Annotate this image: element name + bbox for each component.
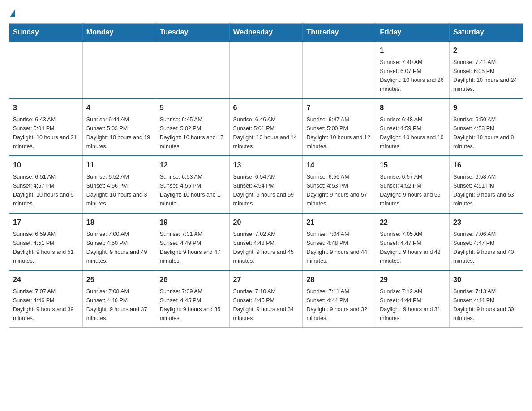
day-info: Sunrise: 7:00 AM Sunset: 4:50 PM Dayligh… [86,230,152,265]
day-cell: 8Sunrise: 6:48 AM Sunset: 4:59 PM Daylig… [376,98,450,156]
day-info: Sunrise: 6:46 AM Sunset: 5:01 PM Dayligh… [233,115,299,151]
day-info: Sunrise: 6:57 AM Sunset: 4:52 PM Dayligh… [380,172,446,208]
day-cell: 2Sunrise: 7:41 AM Sunset: 6:05 PM Daylig… [450,41,523,98]
day-cell: 1Sunrise: 7:40 AM Sunset: 6:07 PM Daylig… [376,41,450,98]
day-number: 10 [13,160,79,171]
day-number: 26 [160,274,226,285]
week-row-3: 10Sunrise: 6:51 AM Sunset: 4:57 PM Dayli… [9,156,523,213]
day-info: Sunrise: 6:52 AM Sunset: 4:56 PM Dayligh… [86,172,152,208]
day-header-monday: Monday [82,24,156,42]
day-info: Sunrise: 7:41 AM Sunset: 6:05 PM Dayligh… [453,58,519,94]
day-cell: 11Sunrise: 6:52 AM Sunset: 4:56 PM Dayli… [82,156,156,213]
day-header-wednesday: Wednesday [229,24,303,42]
day-number: 17 [13,217,79,228]
week-row-5: 24Sunrise: 7:07 AM Sunset: 4:46 PM Dayli… [9,270,523,328]
day-cell: 14Sunrise: 6:56 AM Sunset: 4:53 PM Dayli… [303,156,376,213]
day-info: Sunrise: 7:01 AM Sunset: 4:49 PM Dayligh… [160,230,226,265]
day-info: Sunrise: 6:56 AM Sunset: 4:53 PM Dayligh… [306,172,372,208]
day-number: 6 [233,103,299,113]
day-number: 8 [380,103,446,113]
day-header-sunday: Sunday [9,24,83,42]
day-number: 30 [453,274,519,285]
day-cell [156,41,229,98]
day-info: Sunrise: 6:45 AM Sunset: 5:02 PM Dayligh… [160,115,226,151]
header [9,9,523,16]
day-cell: 7Sunrise: 6:47 AM Sunset: 5:00 PM Daylig… [303,98,376,156]
day-cell: 3Sunrise: 6:43 AM Sunset: 5:04 PM Daylig… [9,98,83,156]
day-cell: 25Sunrise: 7:08 AM Sunset: 4:46 PM Dayli… [82,270,156,328]
logo-arrow-icon [10,10,15,17]
day-cell: 5Sunrise: 6:45 AM Sunset: 5:02 PM Daylig… [156,98,229,156]
day-cell: 28Sunrise: 7:11 AM Sunset: 4:44 PM Dayli… [303,270,376,328]
day-number: 3 [13,103,79,113]
day-header-saturday: Saturday [450,24,523,42]
logo [9,9,15,16]
day-cell: 9Sunrise: 6:50 AM Sunset: 4:58 PM Daylig… [450,98,523,156]
day-info: Sunrise: 6:43 AM Sunset: 5:04 PM Dayligh… [13,115,79,151]
day-number: 28 [306,274,372,285]
calendar-header: SundayMondayTuesdayWednesdayThursdayFrid… [9,24,523,42]
day-info: Sunrise: 7:08 AM Sunset: 4:46 PM Dayligh… [86,287,152,323]
day-info: Sunrise: 7:07 AM Sunset: 4:46 PM Dayligh… [13,287,79,323]
day-info: Sunrise: 7:13 AM Sunset: 4:44 PM Dayligh… [453,287,519,323]
day-number: 22 [380,217,446,228]
day-info: Sunrise: 6:53 AM Sunset: 4:55 PM Dayligh… [160,172,226,208]
day-number: 9 [453,103,519,113]
day-cell [9,41,83,98]
day-info: Sunrise: 6:59 AM Sunset: 4:51 PM Dayligh… [13,230,79,265]
day-cell: 13Sunrise: 6:54 AM Sunset: 4:54 PM Dayli… [229,156,303,213]
day-header-tuesday: Tuesday [156,24,229,42]
day-cell: 4Sunrise: 6:44 AM Sunset: 5:03 PM Daylig… [82,98,156,156]
day-info: Sunrise: 7:05 AM Sunset: 4:47 PM Dayligh… [380,230,446,265]
day-number: 19 [160,217,226,228]
day-cell: 18Sunrise: 7:00 AM Sunset: 4:50 PM Dayli… [82,213,156,270]
day-cell: 22Sunrise: 7:05 AM Sunset: 4:47 PM Dayli… [376,213,450,270]
day-cell: 21Sunrise: 7:04 AM Sunset: 4:48 PM Dayli… [303,213,376,270]
day-number: 14 [306,160,372,171]
day-number: 15 [380,160,446,171]
day-cell [82,41,156,98]
day-cell: 24Sunrise: 7:07 AM Sunset: 4:46 PM Dayli… [9,270,83,328]
day-info: Sunrise: 7:10 AM Sunset: 4:45 PM Dayligh… [233,287,299,323]
day-cell [303,41,376,98]
week-row-2: 3Sunrise: 6:43 AM Sunset: 5:04 PM Daylig… [9,98,523,156]
day-number: 5 [160,103,226,113]
day-info: Sunrise: 7:09 AM Sunset: 4:45 PM Dayligh… [160,287,226,323]
day-cell [229,41,303,98]
week-row-1: 1Sunrise: 7:40 AM Sunset: 6:07 PM Daylig… [9,41,523,98]
day-number: 23 [453,217,519,228]
day-info: Sunrise: 7:12 AM Sunset: 4:44 PM Dayligh… [380,287,446,323]
day-header-friday: Friday [376,24,450,42]
calendar-body: 1Sunrise: 7:40 AM Sunset: 6:07 PM Daylig… [9,41,523,328]
day-info: Sunrise: 6:58 AM Sunset: 4:51 PM Dayligh… [453,172,519,208]
day-header-thursday: Thursday [303,24,376,42]
day-number: 11 [86,160,152,171]
day-cell: 23Sunrise: 7:06 AM Sunset: 4:47 PM Dayli… [450,213,523,270]
day-cell: 29Sunrise: 7:12 AM Sunset: 4:44 PM Dayli… [376,270,450,328]
day-info: Sunrise: 6:50 AM Sunset: 4:58 PM Dayligh… [453,115,519,151]
day-cell: 26Sunrise: 7:09 AM Sunset: 4:45 PM Dayli… [156,270,229,328]
day-cell: 30Sunrise: 7:13 AM Sunset: 4:44 PM Dayli… [450,270,523,328]
day-number: 29 [380,274,446,285]
day-info: Sunrise: 7:11 AM Sunset: 4:44 PM Dayligh… [306,287,372,323]
day-number: 2 [453,45,519,56]
days-of-week-row: SundayMondayTuesdayWednesdayThursdayFrid… [9,24,523,42]
day-cell: 17Sunrise: 6:59 AM Sunset: 4:51 PM Dayli… [9,213,83,270]
day-number: 24 [13,274,79,285]
day-number: 16 [453,160,519,171]
day-info: Sunrise: 7:40 AM Sunset: 6:07 PM Dayligh… [380,58,446,94]
day-info: Sunrise: 7:02 AM Sunset: 4:48 PM Dayligh… [233,230,299,265]
day-cell: 10Sunrise: 6:51 AM Sunset: 4:57 PM Dayli… [9,156,83,213]
day-info: Sunrise: 7:06 AM Sunset: 4:47 PM Dayligh… [453,230,519,265]
calendar-table: SundayMondayTuesdayWednesdayThursdayFrid… [9,23,523,328]
day-number: 1 [380,45,446,56]
day-info: Sunrise: 6:54 AM Sunset: 4:54 PM Dayligh… [233,172,299,208]
day-cell: 16Sunrise: 6:58 AM Sunset: 4:51 PM Dayli… [450,156,523,213]
day-number: 20 [233,217,299,228]
day-cell: 12Sunrise: 6:53 AM Sunset: 4:55 PM Dayli… [156,156,229,213]
day-info: Sunrise: 6:48 AM Sunset: 4:59 PM Dayligh… [380,115,446,151]
day-number: 12 [160,160,226,171]
day-cell: 20Sunrise: 7:02 AM Sunset: 4:48 PM Dayli… [229,213,303,270]
day-number: 25 [86,274,152,285]
day-info: Sunrise: 6:44 AM Sunset: 5:03 PM Dayligh… [86,115,152,151]
